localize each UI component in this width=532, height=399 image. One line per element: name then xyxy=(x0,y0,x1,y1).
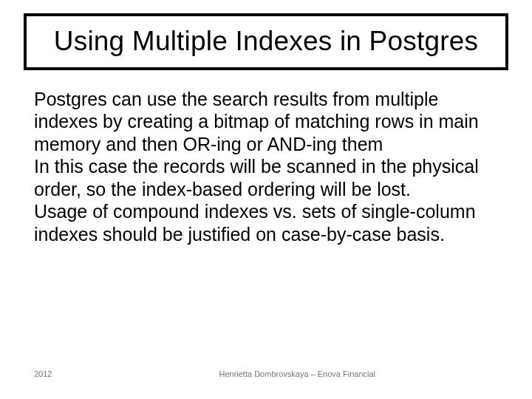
body-text: Postgres can use the search results from… xyxy=(21,88,511,246)
footer: 2012 Henrietta Dombrovskaya – Enova Fina… xyxy=(34,369,498,378)
title-box: Using Multiple Indexes in Postgres xyxy=(24,13,508,70)
footer-author: Henrietta Dombrovskaya – Enova Financial xyxy=(52,369,498,378)
slide-title: Using Multiple Indexes in Postgres xyxy=(40,27,492,57)
paragraph-2: In this case the records will be scanned… xyxy=(34,155,498,200)
footer-year: 2012 xyxy=(34,369,52,378)
paragraph-3: Usage of compound indexes vs. sets of si… xyxy=(34,200,498,245)
paragraph-1: Postgres can use the search results from… xyxy=(34,88,498,156)
slide: Using Multiple Indexes in Postgres Postg… xyxy=(0,0,532,399)
